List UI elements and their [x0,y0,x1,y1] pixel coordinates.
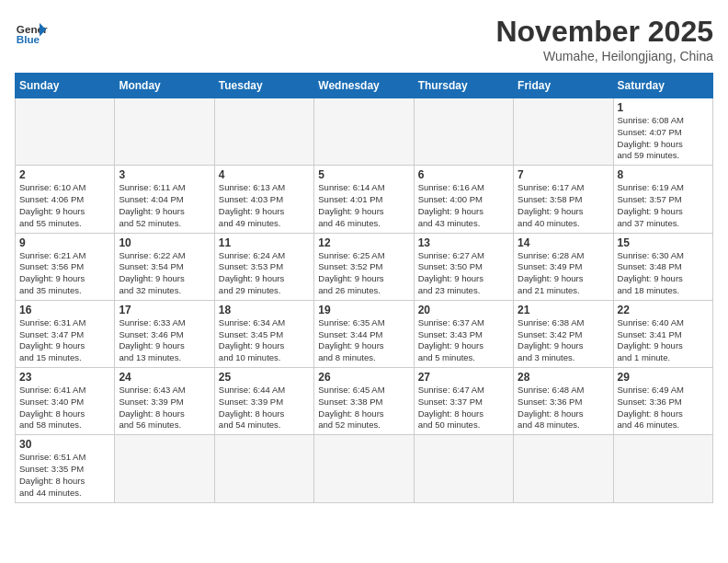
svg-text:Blue: Blue [17,33,40,45]
day-info: Sunrise: 6:30 AM Sunset: 3:48 PM Dayligh… [618,250,709,297]
day-info: Sunrise: 6:44 AM Sunset: 3:39 PM Dayligh… [219,385,310,431]
day-number: 28 [518,371,609,384]
calendar-cell: 5Sunrise: 6:14 AM Sunset: 4:01 PM Daylig… [314,166,414,233]
day-number: 20 [418,304,509,316]
calendar-cell: 29Sunrise: 6:49 AM Sunset: 3:36 PM Dayli… [613,368,712,435]
calendar-cell [115,435,214,502]
calendar-cell: 15Sunrise: 6:30 AM Sunset: 3:48 PM Dayli… [613,233,712,300]
day-info: Sunrise: 6:41 AM Sunset: 3:40 PM Dayligh… [19,385,110,431]
calendar-cell: 28Sunrise: 6:48 AM Sunset: 3:36 PM Dayli… [514,368,613,435]
logo: General Blue [15,15,48,48]
day-info: Sunrise: 6:21 AM Sunset: 3:56 PM Dayligh… [19,250,110,297]
day-info: Sunrise: 6:45 AM Sunset: 3:38 PM Dayligh… [318,385,409,431]
calendar-cell [16,98,115,166]
day-info: Sunrise: 6:14 AM Sunset: 4:01 PM Dayligh… [318,182,409,229]
day-number: 25 [219,371,310,384]
day-info: Sunrise: 6:35 AM Sunset: 3:44 PM Dayligh… [318,317,409,364]
calendar-cell: 9Sunrise: 6:21 AM Sunset: 3:56 PM Daylig… [16,233,115,300]
day-number: 15 [618,236,709,249]
day-number: 16 [19,304,110,316]
day-number: 30 [19,438,110,451]
location: Wumahe, Heilongjiang, China [495,49,713,63]
calendar-cell: 25Sunrise: 6:44 AM Sunset: 3:39 PM Dayli… [214,368,313,435]
day-info: Sunrise: 6:37 AM Sunset: 3:43 PM Dayligh… [418,317,509,364]
day-info: Sunrise: 6:19 AM Sunset: 3:57 PM Dayligh… [618,182,709,229]
calendar-cell [314,435,414,502]
calendar-cell [314,98,414,166]
weekday-header-saturday: Saturday [613,74,712,98]
calendar-cell [214,435,313,502]
calendar-week-row: 23Sunrise: 6:41 AM Sunset: 3:40 PM Dayli… [16,368,713,435]
day-number: 13 [418,236,509,249]
day-info: Sunrise: 6:49 AM Sunset: 3:36 PM Dayligh… [618,385,709,431]
calendar-cell: 21Sunrise: 6:38 AM Sunset: 3:42 PM Dayli… [514,300,613,367]
calendar-cell: 14Sunrise: 6:28 AM Sunset: 3:49 PM Dayli… [514,233,613,300]
weekday-header-friday: Friday [514,74,613,98]
day-info: Sunrise: 6:43 AM Sunset: 3:39 PM Dayligh… [119,385,210,431]
calendar-cell: 4Sunrise: 6:13 AM Sunset: 4:03 PM Daylig… [214,166,313,233]
calendar-cell [514,435,613,502]
day-info: Sunrise: 6:24 AM Sunset: 3:53 PM Dayligh… [219,250,310,297]
calendar-cell: 27Sunrise: 6:47 AM Sunset: 3:37 PM Dayli… [414,368,513,435]
weekday-header-monday: Monday [115,74,214,98]
day-number: 7 [518,168,609,181]
day-info: Sunrise: 6:25 AM Sunset: 3:52 PM Dayligh… [318,250,409,297]
calendar-cell: 13Sunrise: 6:27 AM Sunset: 3:50 PM Dayli… [414,233,513,300]
calendar-cell: 22Sunrise: 6:40 AM Sunset: 3:41 PM Dayli… [613,300,712,367]
day-number: 29 [618,371,709,384]
calendar-cell: 20Sunrise: 6:37 AM Sunset: 3:43 PM Dayli… [414,300,513,367]
day-number: 17 [119,304,210,316]
title-block: November 2025 Wumahe, Heilongjiang, Chin… [495,15,713,63]
day-number: 1 [618,101,709,114]
day-info: Sunrise: 6:22 AM Sunset: 3:54 PM Dayligh… [119,250,210,297]
day-info: Sunrise: 6:28 AM Sunset: 3:49 PM Dayligh… [518,250,609,297]
day-info: Sunrise: 6:31 AM Sunset: 3:47 PM Dayligh… [19,317,110,364]
calendar-cell: 12Sunrise: 6:25 AM Sunset: 3:52 PM Dayli… [314,233,414,300]
month-title: November 2025 [495,15,713,49]
day-info: Sunrise: 6:27 AM Sunset: 3:50 PM Dayligh… [418,250,509,297]
day-info: Sunrise: 6:16 AM Sunset: 4:00 PM Dayligh… [418,182,509,229]
calendar-cell: 6Sunrise: 6:16 AM Sunset: 4:00 PM Daylig… [414,166,513,233]
calendar-week-row: 16Sunrise: 6:31 AM Sunset: 3:47 PM Dayli… [16,300,713,367]
page-header: General Blue November 2025 Wumahe, Heilo… [15,15,713,63]
day-info: Sunrise: 6:51 AM Sunset: 3:35 PM Dayligh… [19,452,110,499]
logo-icon: General Blue [15,15,48,48]
day-info: Sunrise: 6:33 AM Sunset: 3:46 PM Dayligh… [119,317,210,364]
calendar-cell [115,98,214,166]
day-number: 19 [318,304,409,316]
day-info: Sunrise: 6:17 AM Sunset: 3:58 PM Dayligh… [518,182,609,229]
calendar-week-row: 9Sunrise: 6:21 AM Sunset: 3:56 PM Daylig… [16,233,713,300]
day-number: 24 [119,371,210,384]
day-number: 12 [318,236,409,249]
calendar-header: SundayMondayTuesdayWednesdayThursdayFrid… [16,74,713,98]
day-number: 14 [518,236,609,249]
calendar-table: SundayMondayTuesdayWednesdayThursdayFrid… [15,73,713,503]
day-number: 22 [618,304,709,316]
day-info: Sunrise: 6:13 AM Sunset: 4:03 PM Dayligh… [219,182,310,229]
day-number: 8 [618,168,709,181]
day-number: 11 [219,236,310,249]
calendar-week-row: 30Sunrise: 6:51 AM Sunset: 3:35 PM Dayli… [16,435,713,502]
calendar-week-row: 1Sunrise: 6:08 AM Sunset: 4:07 PM Daylig… [16,98,713,166]
calendar-cell: 11Sunrise: 6:24 AM Sunset: 3:53 PM Dayli… [214,233,313,300]
day-number: 18 [219,304,310,316]
calendar-cell: 3Sunrise: 6:11 AM Sunset: 4:04 PM Daylig… [115,166,214,233]
day-number: 5 [318,168,409,181]
calendar-body: 1Sunrise: 6:08 AM Sunset: 4:07 PM Daylig… [16,98,713,503]
calendar-cell: 23Sunrise: 6:41 AM Sunset: 3:40 PM Dayli… [16,368,115,435]
day-number: 23 [19,371,110,384]
calendar-cell: 8Sunrise: 6:19 AM Sunset: 3:57 PM Daylig… [613,166,712,233]
day-number: 21 [518,304,609,316]
calendar-cell [414,435,513,502]
calendar-cell [414,98,513,166]
day-info: Sunrise: 6:34 AM Sunset: 3:45 PM Dayligh… [219,317,310,364]
weekday-header-tuesday: Tuesday [214,74,313,98]
day-number: 10 [119,236,210,249]
weekday-header-sunday: Sunday [16,74,115,98]
calendar-cell [214,98,313,166]
calendar-cell: 7Sunrise: 6:17 AM Sunset: 3:58 PM Daylig… [514,166,613,233]
calendar-cell: 26Sunrise: 6:45 AM Sunset: 3:38 PM Dayli… [314,368,414,435]
calendar-cell: 19Sunrise: 6:35 AM Sunset: 3:44 PM Dayli… [314,300,414,367]
calendar-cell [613,435,712,502]
day-number: 9 [19,236,110,249]
